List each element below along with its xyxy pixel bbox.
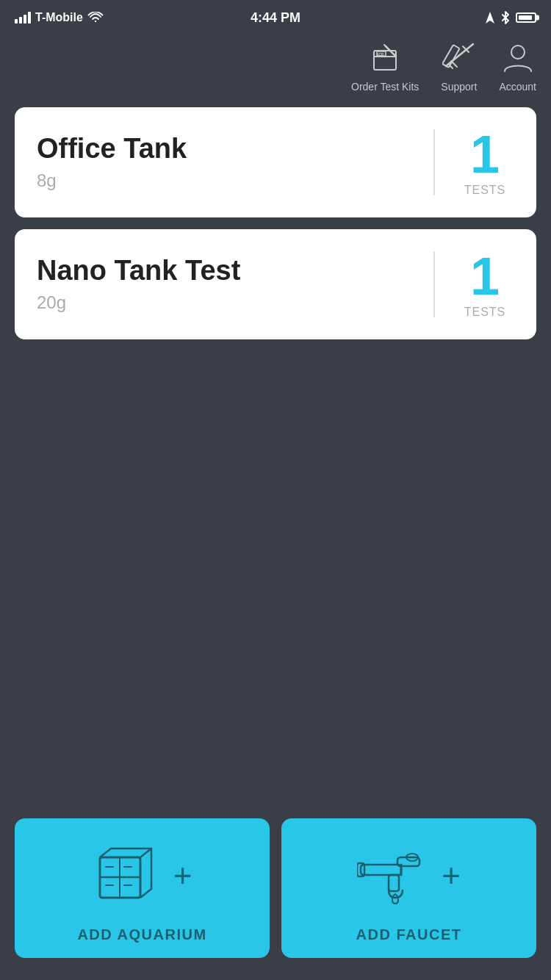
bluetooth-icon	[501, 11, 510, 24]
tank-size-office: 8g	[37, 170, 413, 191]
empty-area	[0, 339, 551, 589]
account-label: Account	[499, 81, 536, 93]
support-icon	[442, 40, 477, 75]
add-faucet-icon-row: +	[357, 836, 461, 915]
status-carrier: T-Mobile	[15, 11, 104, 24]
card-divider-nano	[433, 251, 435, 317]
svg-rect-3	[28, 12, 31, 24]
icp-kit-icon: ICP	[367, 40, 403, 75]
status-right	[485, 11, 536, 24]
bottom-buttons: + ADD AQUARIUM	[0, 807, 551, 980]
battery-icon	[516, 12, 536, 23]
signal-icon	[15, 12, 31, 24]
tank-card-right: 1 TESTS	[455, 128, 514, 197]
svg-rect-1	[19, 17, 22, 24]
tank-card-left: Office Tank 8g	[37, 134, 413, 191]
add-faucet-button[interactable]: + ADD FAUCET	[281, 818, 536, 958]
svg-line-12	[450, 65, 453, 68]
order-test-kits-label: Order Test Kits	[351, 81, 419, 93]
test-count-office: 1	[470, 128, 500, 181]
tank-cards-container: Office Tank 8g 1 TESTS Nano Tank Test 20…	[0, 107, 551, 339]
add-aquarium-plus: +	[173, 860, 192, 892]
add-faucet-plus: +	[442, 860, 461, 892]
add-faucet-label: ADD FAUCET	[356, 926, 462, 943]
carrier-name: T-Mobile	[35, 11, 83, 24]
tank-card-office[interactable]: Office Tank 8g 1 TESTS	[15, 107, 536, 217]
wifi-icon	[87, 12, 104, 24]
icp-kit-svg: ICP	[368, 40, 402, 74]
add-aquarium-icon-row: +	[93, 836, 192, 915]
tank-card-left-nano: Nano Tank Test 20g	[37, 256, 413, 313]
svg-rect-23	[389, 875, 399, 891]
add-aquarium-button[interactable]: + ADD AQUARIUM	[15, 818, 270, 958]
account-nav[interactable]: Account	[499, 40, 536, 93]
tank-name-office: Office Tank	[37, 134, 413, 165]
svg-rect-0	[15, 19, 18, 24]
support-label: Support	[441, 81, 477, 93]
svg-line-13	[446, 44, 473, 66]
tank-card-right-nano: 1 TESTS	[455, 250, 514, 319]
svg-line-9	[384, 45, 386, 47]
account-icon	[500, 40, 536, 75]
svg-rect-22	[361, 865, 401, 875]
support-nav[interactable]: Support	[441, 40, 477, 93]
location-icon	[485, 11, 495, 24]
tank-name-nano: Nano Tank Test	[37, 256, 413, 287]
add-aquarium-label: ADD AQUARIUM	[77, 926, 206, 943]
test-label-nano: TESTS	[464, 306, 506, 319]
svg-rect-2	[24, 15, 26, 24]
order-test-kits-nav[interactable]: ICP Order Test Kits	[351, 40, 419, 93]
card-divider	[433, 129, 435, 195]
svg-line-10	[395, 54, 396, 55]
svg-point-14	[511, 46, 525, 59]
svg-text:ICP: ICP	[378, 52, 384, 57]
support-svg	[442, 40, 476, 74]
aquarium-icon	[93, 843, 159, 909]
status-time: 4:44 PM	[251, 10, 300, 26]
top-nav: ICP Order Test Kits Support	[0, 32, 551, 107]
test-count-nano: 1	[470, 250, 500, 303]
test-label-office: TESTS	[464, 184, 506, 197]
faucet-icon	[357, 843, 427, 909]
tank-size-nano: 20g	[37, 292, 413, 313]
account-svg	[501, 40, 535, 74]
status-bar: T-Mobile 4:44 PM	[0, 0, 551, 32]
tank-card-nano[interactable]: Nano Tank Test 20g 1 TESTS	[15, 229, 536, 339]
